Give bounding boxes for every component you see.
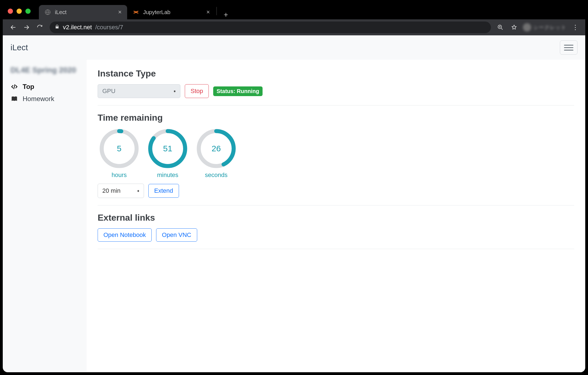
brand[interactable]: iLect — [10, 43, 28, 52]
jupyter-icon — [133, 9, 139, 15]
extend-button-label: Extend — [154, 187, 173, 194]
minimize-window-button[interactable] — [17, 9, 22, 14]
page: iLect DL4E Spring 2020 Top Homew — [3, 35, 585, 372]
page-header: iLect — [3, 35, 585, 60]
minutes-value: 51 — [148, 128, 188, 169]
sidebar-item-homework[interactable]: Homework — [10, 93, 79, 105]
globe-icon — [44, 9, 51, 15]
close-window-button[interactable] — [8, 9, 13, 14]
browser-tabbar: iLect × JupyterLab × ＋ — [3, 3, 585, 19]
status-badge: Status: Running — [213, 86, 262, 96]
avatar-icon — [523, 23, 531, 31]
code-icon — [10, 83, 18, 91]
kebab-menu-icon[interactable]: ⋮ — [570, 22, 580, 32]
open-vnc-button[interactable]: Open VNC — [156, 228, 197, 242]
bookmark-star-icon[interactable] — [509, 22, 519, 32]
tab-ilect[interactable]: iLect × — [39, 5, 127, 19]
extend-button[interactable]: Extend — [148, 184, 179, 198]
sidebar-item-label: Top — [23, 83, 34, 91]
divider — [98, 249, 574, 249]
divider — [98, 105, 574, 105]
course-title: DL4E Spring 2020 — [10, 66, 79, 75]
sidebar-item-top[interactable]: Top — [10, 81, 79, 93]
window-controls — [8, 9, 31, 14]
seconds-value: 26 — [196, 128, 236, 169]
external-section-title: External links — [98, 213, 574, 223]
instance-type-value: GPU — [102, 88, 116, 95]
hours-label: hours — [111, 171, 127, 179]
sidebar-item-label: Homework — [23, 95, 54, 103]
hours-value: 5 — [99, 128, 139, 169]
open-notebook-button[interactable]: Open Notebook — [98, 228, 152, 242]
maximize-window-button[interactable] — [25, 9, 31, 14]
extend-row: 20 min Extend — [98, 184, 574, 198]
seconds-ring: 26 seconds — [195, 128, 238, 179]
main-content: Instance Type GPU Stop Status: Running T… — [87, 60, 585, 372]
minutes-ring: 51 minutes — [146, 128, 189, 179]
url-host: v2.ilect.net — [63, 24, 92, 31]
zoom-icon[interactable] — [495, 22, 505, 32]
sidebar: DL4E Spring 2020 Top Homework — [3, 60, 87, 372]
minutes-label: minutes — [157, 171, 178, 179]
tab-title: JupyterLab — [143, 9, 202, 15]
extend-duration-select[interactable]: 20 min — [98, 184, 144, 198]
divider — [98, 205, 574, 205]
reload-button[interactable] — [34, 22, 45, 33]
new-tab-button[interactable]: ＋ — [218, 10, 234, 19]
hours-ring: 5 hours — [98, 128, 141, 179]
open-notebook-label: Open Notebook — [103, 231, 146, 239]
chevron-updown-icon — [174, 91, 176, 91]
stop-button[interactable]: Stop — [185, 84, 209, 98]
close-tab-icon[interactable]: × — [206, 9, 210, 16]
tab-separator — [217, 7, 217, 15]
chevron-updown-icon — [137, 191, 139, 191]
page-body: DL4E Spring 2020 Top Homework Instance — [3, 60, 585, 372]
url-path: /courses/7 — [95, 24, 123, 31]
profile-label: シークレット — [533, 24, 566, 31]
lock-icon — [55, 24, 60, 31]
tab-jupyterlab[interactable]: JupyterLab × — [127, 5, 215, 19]
open-vnc-label: Open VNC — [162, 231, 191, 239]
instance-type-select[interactable]: GPU — [98, 84, 180, 98]
addressbar-right: シークレット ⋮ — [495, 22, 580, 32]
book-icon — [10, 95, 18, 103]
tab-title: iLect — [55, 9, 114, 15]
forward-button[interactable] — [21, 22, 32, 33]
stop-button-label: Stop — [191, 88, 203, 95]
time-rings: 5 hours 51 minutes — [98, 128, 574, 179]
time-section-title: Time remaining — [98, 113, 574, 123]
seconds-label: seconds — [205, 171, 228, 179]
browser-window: iLect × JupyterLab × ＋ — [3, 3, 585, 372]
profile-chip[interactable]: シークレット — [523, 23, 566, 31]
back-button[interactable] — [8, 22, 19, 33]
menu-toggle-button[interactable] — [560, 40, 578, 55]
tabs: iLect × JupyterLab × ＋ — [39, 3, 234, 19]
browser-addressbar: v2.ilect.net/courses/7 シークレット ⋮ — [3, 19, 585, 35]
external-links-row: Open Notebook Open VNC — [98, 228, 574, 242]
url-input[interactable]: v2.ilect.net/courses/7 — [50, 22, 491, 33]
instance-section-title: Instance Type — [98, 68, 574, 79]
close-tab-icon[interactable]: × — [118, 9, 122, 16]
extend-duration-value: 20 min — [102, 187, 121, 194]
instance-row: GPU Stop Status: Running — [98, 84, 574, 98]
